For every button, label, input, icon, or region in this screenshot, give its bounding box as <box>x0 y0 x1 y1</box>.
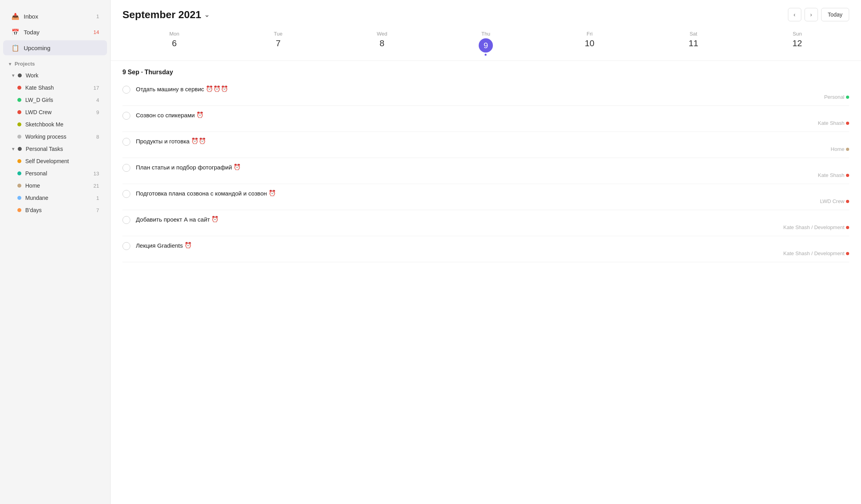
calendar-dropdown-icon: ⌄ <box>204 11 209 19</box>
sidebar-project-personal[interactable]: Personal 13 <box>3 167 107 179</box>
task-checkbox[interactable] <box>122 138 130 146</box>
task-checkbox[interactable] <box>122 164 130 172</box>
task-row-inner: План статьи и подбор фотографий ⏰ Kate S… <box>136 164 849 178</box>
prev-week-button[interactable]: ‹ <box>788 8 801 21</box>
task-checkbox[interactable] <box>122 242 130 250</box>
mundane-dot <box>17 196 21 200</box>
task-checkbox[interactable] <box>122 216 130 224</box>
mundane-label: Mundane <box>25 195 48 201</box>
sidebar-project-working-process[interactable]: Working process 8 <box>3 131 107 143</box>
task-row-inner: Продукты и готовка ⏰⏰ Home <box>136 137 849 152</box>
sidebar-item-upcoming[interactable]: 📋 Upcoming <box>3 40 107 55</box>
day-name-8: Wed <box>330 31 434 37</box>
day-col-11[interactable]: Sat 11 <box>641 28 745 60</box>
sidebar-project-bdays[interactable]: B'days 7 <box>3 204 107 216</box>
day-col-10[interactable]: Fri 10 <box>538 28 641 60</box>
task-meta: Personal <box>824 94 849 100</box>
self-development-dot <box>17 159 21 163</box>
work-chevron-icon: ▼ <box>11 73 15 78</box>
task-meta-label: Kate Shash / Development <box>783 224 844 230</box>
day-name-12: Sun <box>745 31 849 37</box>
task-clock-icon: ⏰⏰ <box>191 137 206 145</box>
task-meta-label: Kate Shash / Development <box>783 250 844 256</box>
sidebar-project-home[interactable]: Home 21 <box>3 180 107 192</box>
upcoming-icon: 📋 <box>11 43 20 52</box>
sidebar-project-mundane[interactable]: Mundane 1 <box>3 192 107 204</box>
task-item: Подготовка плана созвона с командой и со… <box>122 184 849 210</box>
projects-section-header[interactable]: ▼ Projects <box>0 56 110 69</box>
working-process-label: Working process <box>25 134 66 140</box>
sidebar-item-today[interactable]: 📅 Today 14 <box>3 24 107 39</box>
task-item: Добавить проект А на сайт ⏰ Kate Shash /… <box>122 210 849 236</box>
working-process-dot <box>17 135 21 139</box>
personal-count: 13 <box>94 171 99 177</box>
task-meta: Kate Shash / Development <box>783 224 849 230</box>
task-clock-icon: ⏰ <box>269 190 276 197</box>
sidebar-item-inbox[interactable]: 📥 Inbox 1 <box>3 9 107 24</box>
home-label: Home <box>25 182 40 189</box>
task-title: Созвон со спикерами ⏰ <box>136 111 849 118</box>
self-development-label: Self Development <box>25 158 69 164</box>
today-button[interactable]: Today <box>821 8 849 21</box>
task-meta-label: Kate Shash <box>818 120 844 126</box>
task-meta-dot <box>846 200 849 203</box>
bdays-dot <box>17 208 21 212</box>
task-title: Продукты и готовка ⏰⏰ <box>136 137 849 145</box>
sidebar-project-kate-shash[interactable]: Kate Shash 17 <box>3 82 107 94</box>
task-meta: Kate Shash <box>818 172 849 178</box>
projects-label: Projects <box>15 61 35 67</box>
lw-d-girls-count: 4 <box>96 97 99 103</box>
task-row-inner: Отдать машину в сервис ⏰⏰⏰ Personal <box>136 85 849 100</box>
day-num-9: 9 <box>479 38 493 53</box>
task-row-inner: Созвон со спикерами ⏰ Kate Shash <box>136 111 849 126</box>
task-clock-icon: ⏰ <box>184 242 192 249</box>
home-dot <box>17 184 21 188</box>
task-title: Подготовка плана созвона с командой и со… <box>136 190 849 197</box>
personal-chevron-icon: ▼ <box>11 147 15 151</box>
task-text: План статьи и подбор фотографий <box>136 164 232 171</box>
day-col-12[interactable]: Sun 12 <box>745 28 849 60</box>
calendar-title[interactable]: September 2021 ⌄ <box>122 9 209 21</box>
sketchbook-me-dot <box>17 122 21 126</box>
next-week-button[interactable]: › <box>805 8 818 21</box>
lw-d-girls-dot <box>17 98 21 102</box>
mundane-count: 1 <box>96 195 99 201</box>
sidebar-project-self-development[interactable]: Self Development <box>3 155 107 167</box>
day-col-9[interactable]: Thu 9 <box>434 28 538 60</box>
work-group-label: Work <box>26 72 38 79</box>
task-meta-label: LWD Crew <box>820 198 844 204</box>
day-col-7[interactable]: Tue 7 <box>226 28 330 60</box>
day-num-8: 8 <box>330 38 434 49</box>
home-count: 21 <box>94 183 99 189</box>
task-checkbox[interactable] <box>122 112 130 120</box>
sidebar-project-sketchbook-me[interactable]: Sketchbook Me <box>3 118 107 130</box>
task-item: Отдать машину в сервис ⏰⏰⏰ Personal <box>122 80 849 106</box>
personal-tasks-group[interactable]: ▼ Personal Tasks <box>3 143 107 155</box>
day-col-8[interactable]: Wed 8 <box>330 28 434 60</box>
task-text: Лекция Gradients <box>136 242 183 249</box>
task-meta-dot <box>846 122 849 125</box>
task-meta: Home <box>831 146 849 152</box>
today-count: 14 <box>94 29 99 35</box>
task-title: Лекция Gradients ⏰ <box>136 242 849 249</box>
day-name-7: Tue <box>226 31 330 37</box>
sidebar-project-lwd-crew[interactable]: LWD Crew 9 <box>3 106 107 118</box>
task-meta: Kate Shash / Development <box>783 250 849 256</box>
task-row-inner: Лекция Gradients ⏰ Kate Shash / Developm… <box>136 242 849 256</box>
upcoming-label: Upcoming <box>24 45 51 51</box>
sidebar-project-lw-d-girls[interactable]: LW_D Girls 4 <box>3 94 107 106</box>
day-dot-9 <box>485 54 487 56</box>
day-num-10: 10 <box>538 38 641 49</box>
work-group[interactable]: ▼ Work <box>3 70 107 81</box>
task-checkbox[interactable] <box>122 190 130 198</box>
task-meta-dot <box>846 174 849 177</box>
day-col-6[interactable]: Mon 6 <box>122 28 226 60</box>
personal-dot <box>17 171 21 175</box>
task-item: Созвон со спикерами ⏰ Kate Shash <box>122 106 849 132</box>
task-checkbox[interactable] <box>122 86 130 94</box>
day-name-10: Fri <box>538 31 641 37</box>
calendar-header: September 2021 ⌄ ‹ › Today Mon 6 Tue 7 W… <box>111 0 861 61</box>
projects-chevron-icon: ▼ <box>8 62 12 66</box>
personal-dot <box>18 147 22 151</box>
task-text: Отдать машину в сервис <box>136 86 204 92</box>
